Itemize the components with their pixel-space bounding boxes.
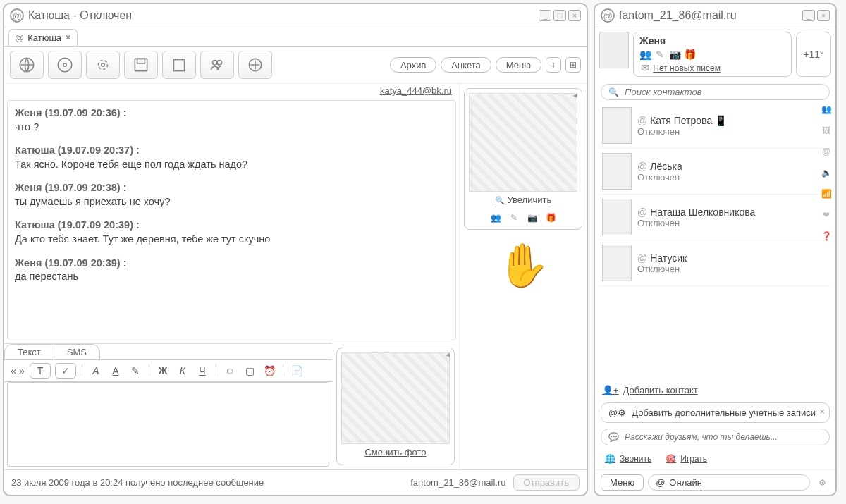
- contact-item[interactable]: @Наташа Шелковникова Отключен: [599, 195, 831, 240]
- chat-titlebar: @ Катюша - Отключен _ □ ×: [4, 4, 587, 27]
- accounts-icon: @⚙: [608, 407, 626, 418]
- svg-point-8: [213, 61, 218, 66]
- settings-button[interactable]: ⚙: [814, 475, 830, 491]
- font-button[interactable]: A: [88, 363, 104, 379]
- svg-point-9: [217, 61, 222, 66]
- send-button[interactable]: Отправить: [513, 474, 580, 491]
- action-gift-icon[interactable]: 🎁: [544, 211, 558, 225]
- add-account-box[interactable]: @⚙ Добавить дополнительные учетные запис…: [601, 402, 830, 423]
- chat-log[interactable]: Женя (19.07.09 20:36) :что ? Катюша (19.…: [7, 100, 456, 340]
- chat-status-bar: 23 июля 2009 года в 20:24 получено после…: [4, 469, 587, 495]
- side-help-icon[interactable]: ❓: [820, 230, 831, 242]
- call-icon: 🌐: [605, 454, 615, 464]
- contact-item[interactable]: @Катя Петрова 📱 Отключен: [599, 103, 831, 149]
- last-message-status: 23 июля 2009 года в 20:24 получено после…: [11, 477, 264, 488]
- my-avatar-image: [341, 352, 450, 444]
- decoration-hand-icon: ✋: [464, 237, 582, 293]
- msg-header: Катюша (19.07.09 20:37) :: [15, 144, 448, 158]
- weather-box[interactable]: +11°: [796, 32, 831, 77]
- action-people-icon[interactable]: 👥: [489, 211, 503, 225]
- contact-email[interactable]: katya_444@bk.ru: [380, 85, 452, 96]
- contact-item[interactable]: @Лёська Отключен: [599, 149, 831, 195]
- minimize-button[interactable]: _: [802, 10, 815, 21]
- profile-button[interactable]: Анкета: [441, 57, 491, 73]
- clock-icon[interactable]: ⏰: [262, 363, 277, 379]
- search-input[interactable]: [625, 87, 822, 97]
- contacts-list[interactable]: @Катя Петрова 📱 Отключен @Лёська Отключе…: [599, 103, 831, 381]
- italic-button[interactable]: К: [175, 363, 190, 379]
- archive-button[interactable]: Архив: [390, 57, 436, 73]
- close-icon[interactable]: ×: [819, 406, 825, 417]
- at-icon: @: [656, 477, 665, 488]
- mail-icon: ✉: [639, 62, 651, 73]
- action-camera-icon[interactable]: 📷: [525, 211, 539, 225]
- note-icon[interactable]: 📄: [289, 363, 305, 379]
- msg-body: ты думаешь я приехать не хочу?: [15, 195, 448, 209]
- chat-window-title: Катюша - Отключен: [28, 9, 539, 22]
- toolbar-people-button[interactable]: [200, 51, 234, 79]
- side-sound-icon[interactable]: 🔈: [820, 166, 831, 179]
- message-input[interactable]: [7, 382, 329, 467]
- call-link[interactable]: 🌐Звонить: [605, 454, 651, 464]
- edit-icon[interactable]: ✎: [654, 49, 666, 60]
- toolbar-globe-button[interactable]: [10, 51, 44, 79]
- minimize-button[interactable]: _: [539, 10, 551, 21]
- side-photo-icon[interactable]: 🖼: [820, 124, 831, 137]
- pencil-icon[interactable]: ✎: [128, 363, 143, 379]
- camera-icon[interactable]: 📷: [669, 49, 680, 60]
- contact-item[interactable]: @Натусик Отключен: [599, 240, 831, 286]
- toolbar-target-button[interactable]: [86, 51, 120, 79]
- my-avatar-card: ◂ Сменить фото: [336, 348, 455, 465]
- close-tab-icon[interactable]: ✕: [65, 33, 71, 42]
- play-link[interactable]: 🎯Играть: [666, 454, 707, 464]
- chat-window: @ Катюша - Отключен _ □ × @ Катюша ✕ Арх…: [3, 3, 588, 496]
- menu-button[interactable]: Меню: [496, 57, 541, 73]
- side-heart-icon[interactable]: ❤: [820, 209, 831, 221]
- side-rss-icon[interactable]: 📶: [820, 188, 831, 200]
- compose-tab-sms[interactable]: SMS: [54, 344, 100, 359]
- contact-avatar: [602, 107, 632, 144]
- gift-icon[interactable]: 🎁: [684, 49, 695, 60]
- mail-link[interactable]: Нет новых писем: [653, 63, 721, 73]
- grid-button[interactable]: ⊞: [565, 57, 581, 73]
- close-button[interactable]: ×: [817, 10, 830, 21]
- side-at-icon[interactable]: @: [820, 145, 831, 158]
- close-button[interactable]: ×: [568, 10, 581, 21]
- color-button[interactable]: A: [108, 363, 123, 379]
- quote-button[interactable]: « »: [10, 363, 25, 379]
- svg-rect-7: [173, 59, 184, 70]
- toolbar-save-button[interactable]: [124, 51, 158, 79]
- change-photo-link[interactable]: Сменить фото: [341, 444, 450, 460]
- enlarge-link[interactable]: 🔍 Увеличить: [469, 192, 577, 208]
- toolbar-gift-button[interactable]: [238, 51, 272, 79]
- bold-button[interactable]: Ж: [155, 363, 171, 379]
- msg-body: что ?: [15, 121, 448, 135]
- status-input[interactable]: [625, 432, 822, 442]
- svg-point-1: [58, 58, 72, 72]
- status-input-box[interactable]: 💬: [601, 429, 830, 445]
- svg-point-2: [63, 63, 66, 66]
- compose-tab-text[interactable]: Текст: [4, 344, 54, 359]
- action-edit-icon[interactable]: ✎: [507, 211, 521, 225]
- contact-avatar: [602, 245, 632, 281]
- toolbar-notes-button[interactable]: [162, 51, 196, 79]
- people-icon[interactable]: 👥: [639, 49, 651, 60]
- text-mode-button[interactable]: T: [30, 363, 51, 379]
- side-people-icon[interactable]: 👥: [820, 103, 831, 116]
- collapse-icon[interactable]: ◂: [446, 350, 450, 359]
- mute-button[interactable]: т: [546, 57, 561, 73]
- action-row: 🌐Звонить 🎯Играть: [595, 448, 835, 469]
- underline-button[interactable]: Ч: [195, 363, 210, 379]
- presence-dropdown[interactable]: @ Онлайн: [648, 474, 810, 491]
- maximize-button[interactable]: □: [553, 10, 566, 21]
- emoji-button[interactable]: ☺: [222, 363, 238, 379]
- spellcheck-button[interactable]: ✓: [55, 363, 76, 379]
- list-menu-button[interactable]: Меню: [601, 474, 644, 491]
- toolbar-disc-button[interactable]: [48, 51, 82, 79]
- chat-tab[interactable]: @ Катюша ✕: [8, 29, 78, 46]
- contact-search[interactable]: 🔍: [601, 84, 830, 100]
- collapse-icon[interactable]: ◂: [573, 90, 577, 100]
- profile-avatar[interactable]: [599, 32, 629, 68]
- tv-icon[interactable]: ▢: [242, 363, 257, 379]
- add-contact-link[interactable]: 👤+ Добавить контакт: [602, 385, 828, 395]
